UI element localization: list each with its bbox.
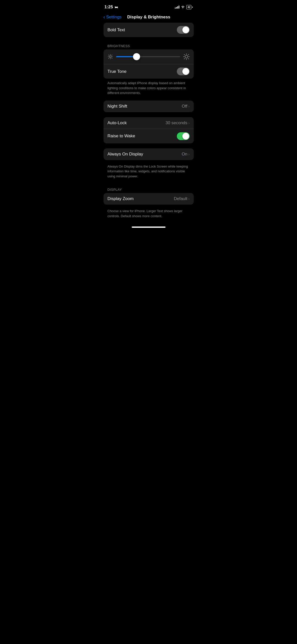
svg-line-17 (184, 58, 184, 59)
brightness-section-label: BRIGHTNESS (104, 42, 194, 49)
svg-line-8 (108, 58, 109, 58)
brightness-slider[interactable] (116, 56, 180, 57)
svg-line-7 (112, 58, 112, 58)
raise-to-wake-label: Raise to Wake (108, 134, 135, 139)
bed-icon: 🛏 (115, 5, 118, 9)
back-label: Settings (106, 15, 121, 20)
svg-point-0 (183, 8, 183, 8)
status-bar: 1:25 🛏 42 (100, 0, 198, 13)
nav-bar: ‹ Settings Display & Brightness (100, 13, 198, 23)
raise-to-wake-toggle[interactable] (177, 132, 190, 140)
back-button[interactable]: ‹ Settings (104, 15, 122, 20)
night-shift-value: Off › (182, 104, 189, 109)
svg-point-10 (185, 55, 188, 58)
true-tone-toggle[interactable] (177, 68, 190, 75)
svg-line-15 (184, 54, 184, 55)
svg-point-1 (109, 56, 111, 57)
battery-indicator: 42 (186, 5, 192, 9)
status-time: 1:25 🛏 (105, 5, 118, 10)
chevron-right-icon: › (188, 104, 190, 108)
display-zoom-value: Default › (174, 196, 190, 201)
back-chevron-icon: ‹ (104, 14, 105, 19)
always-on-display-label: Always On Display (108, 152, 143, 157)
true-tone-label: True Tone (108, 69, 127, 74)
bold-text-label: Bold Text (108, 27, 125, 33)
brightness-section: BRIGHTNESS (104, 42, 194, 99)
auto-lock-value: 30 seconds › (166, 120, 190, 125)
sun-large-icon (183, 53, 190, 60)
bold-text-toggle[interactable] (177, 26, 190, 34)
status-icons: 42 (175, 5, 192, 9)
display-zoom-description: Choose a view for iPhone. Larger Text sh… (104, 207, 194, 221)
display-zoom-group: Display Zoom Default › (104, 193, 194, 205)
bold-text-group: Bold Text (104, 23, 194, 37)
svg-line-6 (108, 55, 109, 55)
signal-icon (175, 6, 179, 9)
raise-to-wake-row: Raise to Wake (104, 129, 194, 143)
sun-small-icon (108, 54, 113, 59)
page-title: Display & Brightness (122, 15, 176, 20)
night-shift-row[interactable]: Night Shift Off › (104, 101, 194, 112)
home-indicator (132, 227, 166, 228)
auto-lock-label: Auto-Lock (108, 120, 127, 125)
svg-line-9 (112, 55, 112, 55)
display-zoom-row[interactable]: Display Zoom Default › (104, 193, 194, 205)
bold-text-row: Bold Text (104, 23, 194, 37)
settings-content: Bold Text BRIGHTNESS (100, 23, 198, 221)
wifi-icon (181, 6, 185, 9)
display-section-label: DISPLAY (104, 186, 194, 193)
svg-line-18 (188, 54, 188, 55)
brightness-slider-row (104, 49, 194, 64)
chevron-right-icon: › (188, 197, 190, 201)
always-on-display-description: Always On Display dims the Lock Screen w… (104, 162, 194, 182)
display-zoom-label: Display Zoom (108, 196, 134, 201)
always-on-display-group: Always On Display On › (104, 148, 194, 160)
always-on-display-row[interactable]: Always On Display On › (104, 148, 194, 160)
night-shift-group: Night Shift Off › (104, 101, 194, 112)
true-tone-row: True Tone (104, 64, 194, 79)
always-on-display-value: On › (182, 152, 189, 157)
night-shift-label: Night Shift (108, 104, 127, 109)
brightness-container: True Tone (104, 49, 194, 79)
svg-line-16 (188, 58, 188, 59)
auto-lock-row[interactable]: Auto-Lock 30 seconds › (104, 117, 194, 129)
autolock-group: Auto-Lock 30 seconds › Raise to Wake (104, 117, 194, 143)
chevron-right-icon: › (188, 152, 190, 156)
true-tone-description: Automatically adapt iPhone display based… (104, 79, 194, 99)
chevron-right-icon: › (188, 121, 190, 125)
